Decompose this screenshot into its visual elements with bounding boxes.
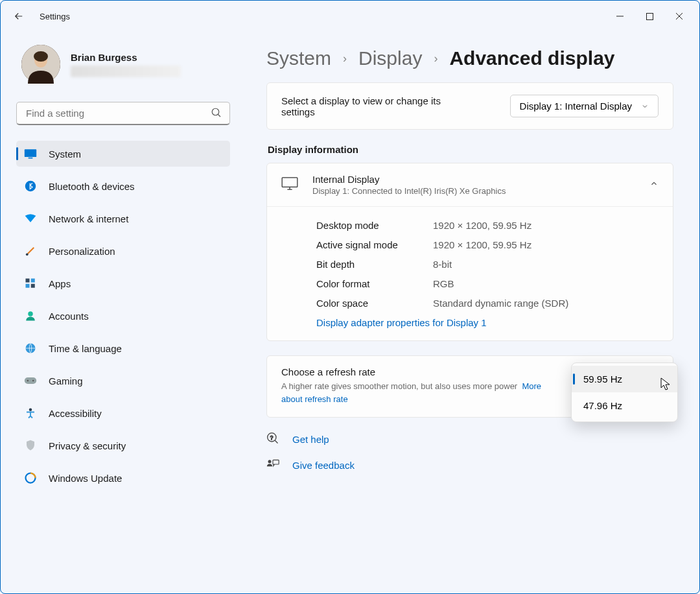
svg-point-16 <box>27 380 29 382</box>
nav-label: Network & internet <box>49 213 128 224</box>
person-icon <box>24 309 37 322</box>
chevron-right-icon: › <box>343 52 347 65</box>
nav-label: Bluetooth & devices <box>49 181 135 192</box>
nav-label: Time & language <box>49 343 122 354</box>
get-help-link: Get help <box>292 434 329 445</box>
breadcrumb-current: Advanced display <box>449 47 614 69</box>
display-info-card: Internal Display Display 1: Connected to… <box>266 163 673 341</box>
give-feedback-link: Give feedback <box>292 460 355 471</box>
close-button[interactable] <box>664 6 694 27</box>
arrow-left-icon <box>13 10 25 22</box>
nav-network[interactable]: Network & internet <box>16 206 230 232</box>
maximize-button[interactable] <box>635 6 664 27</box>
row-desktop-mode: Desktop mode1920 × 1200, 59.95 Hz <box>316 216 659 235</box>
display-selector-dropdown[interactable]: Display 1: Internal Display <box>510 95 659 117</box>
section-title-display-info: Display information <box>268 144 673 155</box>
nav-label: Accounts <box>49 311 89 322</box>
svg-rect-5 <box>25 149 36 157</box>
svg-point-7 <box>25 181 36 192</box>
user-name: Brian Burgess <box>71 52 181 63</box>
footer-links: ? Get help Give feedback <box>266 432 673 472</box>
refresh-rate-option[interactable]: 59.95 Hz <box>572 366 677 392</box>
row-bit-depth: Bit depth8-bit <box>316 255 659 274</box>
titlebar: Settings <box>1 1 699 32</box>
nav-label: Gaming <box>49 375 83 386</box>
svg-point-17 <box>32 380 34 382</box>
nav-windows-update[interactable]: Windows Update <box>16 465 230 491</box>
nav-label: Privacy & security <box>49 440 126 451</box>
wifi-icon <box>24 212 37 225</box>
nav-accounts[interactable]: Accounts <box>16 303 230 329</box>
feedback-icon <box>266 458 281 472</box>
breadcrumb-display[interactable]: Display <box>358 47 422 69</box>
svg-point-8 <box>26 253 29 255</box>
nav-label: Apps <box>49 278 71 289</box>
nav-system[interactable]: System <box>16 141 230 167</box>
search-container <box>16 102 230 125</box>
search-icon <box>211 107 222 121</box>
svg-text:?: ? <box>270 434 274 441</box>
refresh-rate-card: Choose a refresh rate A higher rate give… <box>266 355 673 418</box>
globe-icon <box>24 342 37 355</box>
refresh-rate-sub: A higher rate gives smoother motion, but… <box>281 380 554 405</box>
display-name: Internal Display <box>312 174 506 185</box>
svg-point-13 <box>28 311 33 316</box>
user-email-redacted <box>71 65 181 77</box>
row-color-format: Color formatRGB <box>316 274 659 294</box>
minimize-icon <box>616 13 624 20</box>
profile-section[interactable]: Brian Burgess <box>16 37 230 97</box>
nav-apps[interactable]: Apps <box>16 270 230 296</box>
nav-personalization[interactable]: Personalization <box>16 238 230 264</box>
nav-label: Windows Update <box>49 473 122 484</box>
svg-rect-9 <box>26 279 30 283</box>
avatar <box>21 45 60 84</box>
paintbrush-icon <box>24 244 37 257</box>
nav-list: System Bluetooth & devices Network & int… <box>16 141 230 491</box>
accessibility-icon <box>24 407 37 420</box>
svg-point-18 <box>29 409 32 412</box>
nav-label: System <box>49 148 81 160</box>
svg-rect-6 <box>29 158 33 159</box>
display-selector-label: Select a display to view or change its s… <box>281 95 476 117</box>
svg-rect-0 <box>646 13 653 19</box>
refresh-rate-option[interactable]: 47.96 Hz <box>572 392 677 419</box>
bluetooth-icon <box>24 180 37 193</box>
display-sub: Display 1: Connected to Intel(R) Iris(R)… <box>312 186 506 196</box>
svg-rect-24 <box>273 460 279 464</box>
nav-time-language[interactable]: Time & language <box>16 335 230 361</box>
nav-gaming[interactable]: Gaming <box>16 368 230 394</box>
svg-rect-12 <box>31 284 35 288</box>
shield-icon <box>24 439 37 452</box>
svg-rect-10 <box>31 279 35 283</box>
get-help-row[interactable]: ? Get help <box>266 432 673 447</box>
sidebar: Brian Burgess System Bluetooth & devices… <box>1 32 240 593</box>
nav-accessibility[interactable]: Accessibility <box>16 400 230 426</box>
avatar-image <box>21 45 60 84</box>
maximize-icon <box>646 13 653 20</box>
display-info-body: Desktop mode1920 × 1200, 59.95 Hz Active… <box>267 206 673 340</box>
update-icon <box>24 471 37 484</box>
main-content: System › Display › Advanced display Sele… <box>240 32 699 593</box>
nav-label: Accessibility <box>49 408 102 419</box>
svg-point-4 <box>212 108 219 115</box>
breadcrumb-system[interactable]: System <box>266 47 331 69</box>
display-selector-card: Select a display to view or change its s… <box>266 82 673 130</box>
back-button[interactable] <box>6 3 32 29</box>
display-info-header[interactable]: Internal Display Display 1: Connected to… <box>267 163 673 206</box>
row-color-space: Color spaceStandard dynamic range (SDR) <box>316 294 659 313</box>
nav-bluetooth[interactable]: Bluetooth & devices <box>16 173 230 199</box>
give-feedback-row[interactable]: Give feedback <box>266 458 673 472</box>
nav-label: Personalization <box>49 246 115 257</box>
adapter-properties-link[interactable]: Display adapter properties for Display 1 <box>316 317 487 328</box>
svg-point-23 <box>268 460 272 463</box>
refresh-rate-dropdown[interactable]: 59.95 Hz 47.96 Hz <box>571 362 678 422</box>
svg-rect-15 <box>25 377 36 384</box>
chevron-up-icon <box>649 179 659 191</box>
monitor-icon <box>281 177 298 193</box>
window-title: Settings <box>40 12 70 21</box>
search-input[interactable] <box>16 102 230 125</box>
svg-rect-20 <box>282 178 298 187</box>
nav-privacy[interactable]: Privacy & security <box>16 433 230 458</box>
minimize-button[interactable] <box>605 6 635 27</box>
dropdown-value: Display 1: Internal Display <box>520 101 632 112</box>
